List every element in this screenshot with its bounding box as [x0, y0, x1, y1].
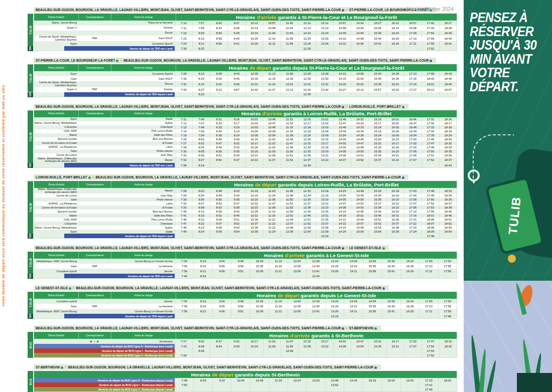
column-header-poi: Points d'intérêt [34, 181, 79, 188]
time-cell [281, 234, 298, 238]
time-cell [333, 234, 351, 238]
time-grid: 7:398:1812:3918:43 [175, 163, 457, 167]
time-cell [400, 387, 419, 391]
time-cell: 11:21 [268, 309, 287, 314]
connection-label: Heures de départ du TER vers Laval [64, 163, 175, 167]
time-cell: 8:06 [192, 348, 210, 353]
time-cell: 17:41 [419, 382, 438, 387]
time-cell: 11:55 [281, 210, 298, 214]
time-cell: 16:54 [400, 378, 419, 382]
time-cell: 8:21 [193, 309, 212, 314]
time-cell: 12:04 [288, 299, 306, 304]
section-body: TULIBTERPoints d'intérêtCorrespondanceAr… [28, 64, 457, 97]
time-cell [400, 314, 419, 318]
time-cell: 9:06 [212, 269, 231, 274]
time-grid: 7:197:548:399:2410:0910:5411:3912:2413:0… [175, 133, 457, 137]
table-header: Points d'intérêtCorrespondanceArrêts de … [34, 292, 457, 299]
header-prefix: Horaires [257, 293, 277, 298]
timetable-row: MairieSalle des Fêtes7:197:548:399:2410:… [34, 133, 457, 137]
timetable-row: Epicerie socialeBois aux Moines7:358:108… [34, 210, 457, 214]
time-cell: 11:23 [263, 226, 281, 230]
poi-cell: Centre de Loisirs [34, 193, 78, 198]
time-cell: 18:46 [439, 214, 457, 218]
time-cell: 8:50 [210, 198, 227, 202]
correspondance-cell [78, 41, 110, 46]
time-cell: 8:08 [192, 206, 210, 210]
time-cell: 8:58 [210, 71, 227, 76]
time-cell: 18:24 [439, 133, 457, 137]
time-cell: 13:24 [316, 31, 333, 36]
time-cell: 16:57 [404, 21, 422, 26]
header-highlight: de départ [255, 182, 277, 187]
time-cell: 18:36 [439, 153, 457, 157]
time-cell: 7:54 [192, 133, 210, 137]
time-cell: 13:17 [316, 339, 333, 344]
time-cell [351, 353, 368, 357]
poi-cell: Centre de Santé, Médiathèque, Carrefour … [34, 81, 78, 87]
time-cell: 13:03 [306, 378, 325, 382]
time-cell: 11:42 [281, 21, 298, 26]
correspondance-cell [78, 26, 110, 31]
time-cell: 10:25 [245, 36, 263, 41]
time-cell [298, 353, 316, 357]
time-cell [438, 274, 457, 278]
time-cell [250, 314, 268, 318]
time-cell: 15:24 [368, 133, 386, 137]
time-cell: 16:42 [386, 87, 404, 92]
time-cell: 11:52 [281, 202, 298, 206]
route-dot-icon [382, 247, 385, 250]
time-cell: 12:06 [281, 218, 298, 222]
time-cell: 7:39 [175, 163, 192, 167]
time-cell [400, 382, 419, 387]
time-cell: 12:35 [298, 92, 316, 97]
time-cell [351, 46, 368, 51]
time-grid: 7:478:229:079:5210:3711:2212:0712:5213:3… [175, 222, 457, 226]
time-cell: 14:09 [344, 299, 362, 304]
header-highlight: d'arrivée [262, 111, 282, 116]
route-from-label: BEAULIEU-SUR-OUDON, BOURGON, LA GRAVELLE… [36, 105, 341, 108]
timetable-row: SportComplexe Sportif7:248:118:569:4110:… [34, 41, 457, 46]
time-cell: 14:43 [351, 26, 368, 31]
side-brand-label: TULIB [28, 252, 33, 274]
time-cell: 13:20 [316, 149, 333, 153]
connection-row: Horaires de départ du BUS Ligne J - Dunk… [34, 387, 457, 391]
poi-cell: Sport [34, 41, 78, 46]
time-cell: 13:09 [316, 133, 333, 137]
column-header-poi: Points d'intérêt [34, 292, 79, 299]
route-to-label: BEAULIEU-SUR-OUDON, BOURGON, LA GRAVELLE… [67, 365, 373, 369]
time-cell [281, 353, 298, 357]
time-cell: 16:25 [386, 36, 404, 41]
time-cell: 10:21 [245, 153, 263, 157]
time-cell: 15:06 [351, 218, 368, 222]
time-cell: 18:43 [439, 71, 457, 76]
time-cell: 13:22 [316, 344, 333, 348]
time-cell: 15:08 [351, 226, 368, 230]
route-to-label: BEAULIEU-SUR-OUDON, BOURGON, LA GRAVELLE… [122, 59, 429, 62]
time-cell: 7:27 [175, 141, 192, 145]
time-cell: 14:52 [351, 157, 368, 163]
time-cell: 9:40 [227, 210, 245, 214]
correspondance-cell [78, 121, 110, 125]
time-cell: 13:03 [316, 125, 333, 129]
time-cell: 10:01 [245, 117, 263, 121]
time-cell: 10:48 [263, 125, 281, 129]
time-cell: 10:15 [245, 137, 263, 141]
time-cell: 11:55 [281, 36, 298, 41]
correspondance-cell [78, 226, 110, 230]
connection-label: Horaires de départ du BUS Ligne H - Dunk… [34, 378, 175, 382]
header-prefix: Horaires [269, 333, 289, 338]
time-cell: 17:05 [404, 198, 422, 202]
time-cell: 9:39 [227, 31, 245, 36]
time-cell: 7:30 [175, 149, 192, 153]
stop-cell: Eglise [110, 226, 175, 230]
time-cell: 8:32 [210, 121, 227, 125]
poi-cell: Mairie, Centre-Bourg, Médiathèque [34, 121, 78, 125]
time-cell [351, 348, 368, 353]
time-cell: 18:39 [439, 31, 457, 36]
time-cell: 14:39 [351, 133, 368, 137]
time-cell [245, 163, 263, 167]
time-cell: 17:00 [404, 137, 422, 141]
time-cell: 15:56 [363, 269, 381, 274]
time-cell: 13:15 [316, 137, 333, 141]
stop-cell: Alvéole [110, 87, 175, 92]
